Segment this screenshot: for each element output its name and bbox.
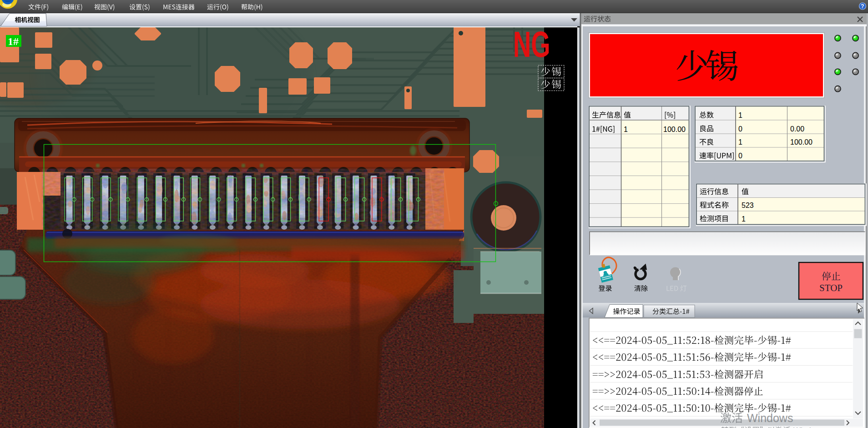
svg-text:100.00: 100.00 <box>663 126 686 133</box>
svg-text:523: 523 <box>742 201 754 209</box>
svg-text:STOP: STOP <box>819 282 843 293</box>
svg-text:NG: NG <box>513 24 550 64</box>
svg-text:?: ? <box>861 3 864 10</box>
svg-text:1#: 1# <box>8 35 19 47</box>
svg-text:1: 1 <box>624 126 628 133</box>
svg-text:Windows: Windows <box>793 426 825 428</box>
svg-text:0.00: 0.00 <box>790 125 804 133</box>
svg-text:100.00: 100.00 <box>790 138 812 146</box>
svg-text:1: 1 <box>742 215 746 223</box>
svg-text:Windows: Windows <box>747 412 793 424</box>
svg-text:0: 0 <box>738 125 742 133</box>
svg-text:1: 1 <box>738 138 742 146</box>
svg-text:1: 1 <box>738 111 742 119</box>
svg-text:0: 0 <box>738 152 742 160</box>
